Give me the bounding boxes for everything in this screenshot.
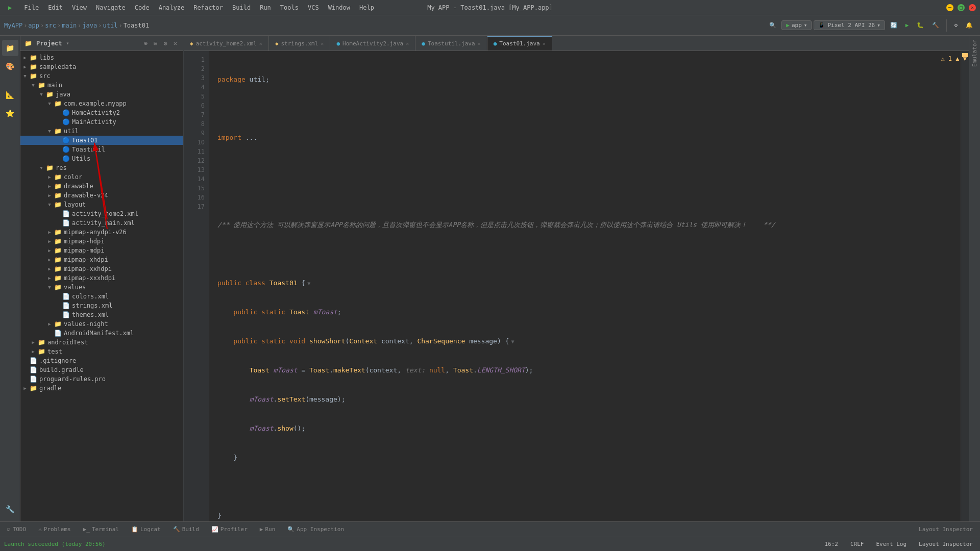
sync-btn[interactable]: 🔄 <box>887 20 900 30</box>
tree-item[interactable]: ▶ 📁 androidTest <box>20 338 183 347</box>
menu-vcs[interactable]: VCS <box>304 3 323 12</box>
tab-close-btn3[interactable]: ✕ <box>406 41 409 46</box>
sidebar-resource-icon[interactable]: 🎨 <box>2 58 18 74</box>
tab-close-btn[interactable]: ✕ <box>259 41 262 46</box>
menu-refactor[interactable]: Refactor <box>189 3 227 12</box>
tree-item[interactable]: 🔵 MainActivity <box>20 117 183 127</box>
tree-item[interactable]: 📄 .gitignore <box>20 356 183 365</box>
tree-item[interactable]: ▼ 📁 java <box>20 90 183 99</box>
terminal-tab[interactable]: ▶_ Terminal <box>78 524 124 534</box>
tree-item[interactable]: ▶ 📁 color <box>20 172 183 182</box>
tree-item[interactable]: ▼ 📁 com.example.myapp <box>20 99 183 108</box>
tab-close-btn5[interactable]: ✕ <box>543 41 546 46</box>
close-panel-icon[interactable]: ✕ <box>172 39 179 48</box>
tab-strings-xml[interactable]: ◆ strings.xml ✕ <box>269 36 331 51</box>
tree-item[interactable]: ▶ 📁 values-night <box>20 319 183 329</box>
settings-btn[interactable]: ⚙ <box>951 20 961 30</box>
run-btn[interactable]: ▶ <box>902 20 912 30</box>
tree-item[interactable]: ▶ 📁 mipmap-xxhdpi <box>20 264 183 273</box>
event-log[interactable]: Event Log <box>873 540 910 548</box>
tree-item[interactable]: 🔵 HomeActivity2 <box>20 108 183 117</box>
close-button[interactable]: ✕ <box>969 4 976 11</box>
logcat-tab[interactable]: 📋 Logcat <box>126 524 166 534</box>
tree-item[interactable]: 🔵 Toastutil <box>20 145 183 154</box>
tree-item[interactable]: 📄 activity_home2.xml <box>20 209 183 218</box>
collapse-all-icon[interactable]: ⊟ <box>152 39 159 48</box>
tree-item[interactable]: ▶ 📁 test <box>20 347 183 356</box>
tree-item[interactable]: 📄 build.gradle <box>20 365 183 374</box>
device-selector[interactable]: 📱 Pixel 2 API 26 ▾ <box>814 20 885 30</box>
tree-item[interactable]: ▼ 📁 layout <box>20 200 183 209</box>
app-inspection-tab[interactable]: 🔍 App Inspection <box>282 524 349 534</box>
menu-file[interactable]: File <box>20 3 43 12</box>
tree-item[interactable]: 🔵 Toast01 <box>20 136 183 145</box>
tree-item[interactable]: ▶ 📁 mipmap-hdpi <box>20 237 183 246</box>
code-editor[interactable]: ⚠ 1 ▲ ▼ 1 2 3 4 5 6 7 8 9 10 11 12 13 14… <box>184 51 969 521</box>
profiler-tab[interactable]: 📈 Profiler <box>206 524 253 534</box>
tree-item[interactable]: 📄 activity_main.xml <box>20 218 183 228</box>
tree-item[interactable]: ▼ 📁 main <box>20 81 183 90</box>
tree-item[interactable]: ▼ 📁 src <box>20 71 183 81</box>
tree-item[interactable]: 📄 AndroidManifest.xml <box>20 329 183 338</box>
layout-inspector-tab[interactable]: Layout Inspector <box>914 524 978 534</box>
menu-tools[interactable]: Tools <box>276 3 303 12</box>
tree-item[interactable]: ▼ 📁 values <box>20 283 183 292</box>
menu-window[interactable]: Window <box>324 3 354 12</box>
sidebar-build-variants-icon[interactable]: 🔧 <box>2 501 18 517</box>
menu-run[interactable]: Run <box>256 3 275 12</box>
build-tab[interactable]: 🔨 Build <box>168 524 204 534</box>
menu-view[interactable]: View <box>68 3 91 12</box>
project-settings-icon[interactable]: ⚙ <box>162 39 169 48</box>
tree-item[interactable]: ▼ 📁 util <box>20 127 183 136</box>
tree-item[interactable]: ▶ 📁 mipmap-anydpi-v26 <box>20 228 183 237</box>
sidebar-structure-icon[interactable]: 📐 <box>2 87 18 103</box>
search-everywhere-btn[interactable]: 🔍 <box>766 20 779 30</box>
tree-item[interactable]: 🔵 Utils <box>20 154 183 163</box>
problems-tab[interactable]: ⚠ Problems <box>33 524 76 534</box>
tree-item[interactable]: ▶ 📁 drawable <box>20 182 183 191</box>
tree-item[interactable]: 📄 proguard-rules.pro <box>20 374 183 384</box>
tree-item[interactable]: ▶ 📁 sampledata <box>20 62 183 71</box>
menu-help[interactable]: Help <box>355 3 378 12</box>
code-content[interactable]: package util; import ... /** 使用这个方法 可以解决… <box>209 51 961 521</box>
todo-tab[interactable]: ☑ TODO <box>2 524 31 534</box>
tree-item[interactable]: ▶ 📁 mipmap-xhdpi <box>20 255 183 264</box>
debug-btn[interactable]: 🐛 <box>914 20 927 30</box>
sidebar-favorites-icon[interactable]: ⭐ <box>2 105 18 121</box>
menu-edit[interactable]: Edit <box>44 3 67 12</box>
sidebar-project-icon[interactable]: 📁 <box>2 40 18 56</box>
right-tab-emulator[interactable]: Emulator <box>969 36 980 71</box>
tree-item[interactable]: 📄 colors.xml <box>20 292 183 301</box>
menu-analyze[interactable]: Analyze <box>155 3 189 12</box>
tree-item[interactable]: ▶ 📁 drawable-v24 <box>20 191 183 200</box>
toolbar: MyAPP › app › src › main › java › util ›… <box>0 15 980 36</box>
minimize-button[interactable]: ─ <box>946 4 953 11</box>
menu-navigate[interactable]: Navigate <box>92 3 130 12</box>
tree-item[interactable]: 📄 strings.xml <box>20 301 183 310</box>
run-config-selector[interactable]: ▶ app ▾ <box>781 20 812 30</box>
run-tab[interactable]: ▶ Run <box>255 524 281 534</box>
project-dropdown-arrow[interactable]: ▾ <box>66 40 69 46</box>
tab-activity-home2-xml[interactable]: ◆ activity_home2.xml ✕ <box>184 36 269 51</box>
menu-build[interactable]: Build <box>228 3 255 12</box>
tab-toastutil-java[interactable]: ● Toastutil.java ✕ <box>415 36 487 51</box>
tree-item[interactable]: 📄 themes.xml <box>20 310 183 319</box>
tab-close-btn2[interactable]: ✕ <box>321 41 324 46</box>
encoding[interactable]: CRLF <box>847 540 867 548</box>
layout-inspector-status[interactable]: Layout Inspector <box>916 540 976 548</box>
tree-item[interactable]: ▶ 📁 mipmap-xxxhdpi <box>20 273 183 283</box>
tree-item[interactable]: ▶ 📁 libs <box>20 53 183 62</box>
tree-item[interactable]: ▶ 📁 gradle <box>20 384 183 393</box>
scroll-to-source-icon[interactable]: ⊕ <box>142 39 150 48</box>
tab-close-btn4[interactable]: ✕ <box>478 41 481 46</box>
run-icon: ▶ <box>260 526 263 533</box>
maximize-button[interactable]: □ <box>958 4 965 11</box>
tab-homeactivity2-java[interactable]: ● HomeActivity2.java ✕ <box>330 36 415 51</box>
cursor-position[interactable]: 16:2 <box>821 540 841 548</box>
menu-code[interactable]: Code <box>131 3 154 12</box>
notifications-btn[interactable]: 🔔 <box>963 20 976 30</box>
build-btn[interactable]: 🔨 <box>929 20 942 30</box>
tree-item[interactable]: ▶ 📁 mipmap-mdpi <box>20 246 183 255</box>
tree-item[interactable]: ▼ 📁 res <box>20 163 183 172</box>
tab-toast01-java[interactable]: ● Toast01.java ✕ <box>487 36 552 51</box>
